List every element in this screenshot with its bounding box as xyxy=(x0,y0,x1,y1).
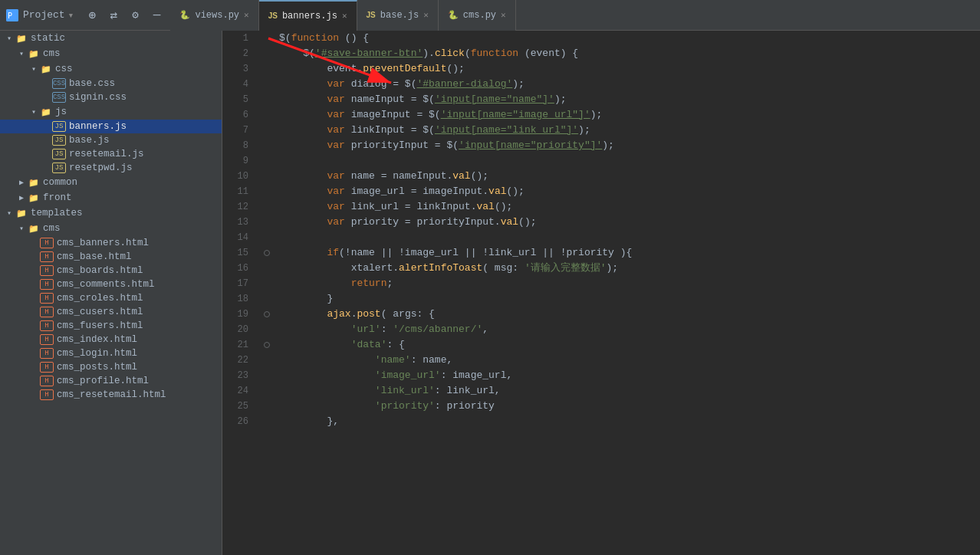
tab-banners-js[interactable]: JS banners.js ✕ xyxy=(259,0,357,31)
line-number: 1 xyxy=(222,31,261,46)
line-gutter xyxy=(261,184,273,199)
sidebar-item-base-css[interactable]: CSS base.css xyxy=(0,77,222,90)
sidebar-item-js[interactable]: ▾ 📁 js xyxy=(0,104,222,120)
sidebar-item-label: cms_posts.html xyxy=(57,362,137,373)
code-line-6: 6 var imageInput = $('input[name="image_… xyxy=(222,107,980,123)
spacer xyxy=(28,308,40,317)
sidebar-item-label: cms_base.html xyxy=(57,251,132,262)
sidebar-item-label: cms_resetemail.html xyxy=(57,389,166,400)
sidebar-item-css[interactable]: ▾ 📁 css xyxy=(0,61,222,77)
title-bar: P Project ▾ ⊕ ⇄ ⚙ — 🐍 views.py ✕ JS bann… xyxy=(0,0,980,31)
html-file-icon: H xyxy=(40,251,54,262)
sidebar-item-label: cms_fusers.html xyxy=(57,320,143,331)
sidebar-item-resetpwd-js[interactable]: JS resetpwd.js xyxy=(0,161,222,175)
add-icon[interactable]: ⊕ xyxy=(84,8,100,23)
sidebar-item-templates-cms[interactable]: ▾ 📁 cms xyxy=(0,221,222,236)
sidebar-item-base-js[interactable]: JS base.js xyxy=(0,133,222,147)
sidebar-item-label: js xyxy=(55,107,67,117)
line-gutter xyxy=(261,61,273,77)
sidebar-item-banners-js[interactable]: JS banners.js xyxy=(0,120,222,133)
tab-banners-js-label: banners.js xyxy=(282,11,337,21)
sidebar-item-cms-base-html[interactable]: H cms_base.html xyxy=(0,250,222,264)
sidebar-item-cms-profile-html[interactable]: H cms_profile.html xyxy=(0,374,222,388)
code-line-11: 11 var image_url = imageInput.val(); xyxy=(222,184,980,199)
tab-views-py-icon: 🐍 xyxy=(179,10,190,20)
sidebar-item-cms[interactable]: ▾ 📁 cms xyxy=(0,46,222,61)
sidebar-item-templates[interactable]: ▾ 📁 templates xyxy=(0,205,222,221)
folder-icon: 📁 xyxy=(15,32,28,44)
line-gutter xyxy=(261,107,273,123)
project-label[interactable]: Project ▾ xyxy=(23,9,74,21)
line-number: 17 xyxy=(222,276,261,291)
line-gutter xyxy=(261,77,273,92)
spacer xyxy=(28,239,40,248)
js-file-icon: JS xyxy=(52,135,66,146)
code-line-9: 9 xyxy=(222,153,980,169)
sidebar-item-label: front xyxy=(43,192,72,203)
code-line-3: 3 event.preventDefault(); xyxy=(222,61,980,77)
line-content: var imageInput = $('input[name="image_ur… xyxy=(273,107,602,123)
sidebar-item-label: signin.css xyxy=(69,92,127,103)
folder-icon: 📁 xyxy=(40,63,52,75)
code-line-17: 17 return; xyxy=(222,276,980,291)
sidebar-item-static[interactable]: ▾ 📁 static xyxy=(0,31,222,46)
code-line-22: 22 'name': name, xyxy=(222,353,980,368)
sidebar-item-cms-croles-html[interactable]: H cms_croles.html xyxy=(0,291,222,305)
sidebar-item-signin-css[interactable]: CSS signin.css xyxy=(0,90,222,104)
html-file-icon: H xyxy=(40,279,54,290)
html-file-icon: H xyxy=(40,334,54,345)
sidebar-item-label: cms_login.html xyxy=(57,348,137,359)
sidebar-item-cms-login-html[interactable]: H cms_login.html xyxy=(0,346,222,360)
code-line-7: 7 var linkInput = $('input[name="link_ur… xyxy=(222,123,980,138)
tab-views-py-close[interactable]: ✕ xyxy=(244,10,249,20)
sidebar-item-cms-banners-html[interactable]: H cms_banners.html xyxy=(0,236,222,250)
tab-banners-js-close[interactable]: ✕ xyxy=(342,11,347,21)
line-gutter xyxy=(261,138,273,153)
sidebar-item-label: cms_comments.html xyxy=(57,279,155,290)
spacer xyxy=(40,123,52,131)
line-content: 'url': '/cms/abanner/', xyxy=(273,322,488,337)
line-gutter xyxy=(261,46,273,61)
sidebar-item-label: templates xyxy=(31,208,83,218)
tab-cms-py-close[interactable]: ✕ xyxy=(501,10,506,20)
code-line-1: 1 $(function () { xyxy=(222,31,980,46)
line-number: 11 xyxy=(222,184,261,199)
code-line-20: 20 'url': '/cms/abanner/', xyxy=(222,322,980,337)
tabs-bar: 🐍 views.py ✕ JS banners.js ✕ JS base.js … xyxy=(170,0,974,31)
line-gutter xyxy=(261,322,273,337)
sidebar-item-label: cms_banners.html xyxy=(57,238,149,248)
folder-icon: 📁 xyxy=(28,48,40,60)
code-editor[interactable]: 1 $(function () { 2 $('#save-banner-btn'… xyxy=(222,31,980,555)
sidebar-item-cms-boards-html[interactable]: H cms_boards.html xyxy=(0,264,222,278)
sidebar-item-cms-cusers-html[interactable]: H cms_cusers.html xyxy=(0,305,222,319)
main-area: ▾ 📁 static ▾ 📁 cms ▾ 📁 css CSS base.css … xyxy=(0,31,980,555)
tab-cms-py[interactable]: 🐍 cms.py ✕ xyxy=(439,0,516,31)
sidebar-item-label: static xyxy=(31,33,65,44)
sidebar-item-cms-comments-html[interactable]: H cms_comments.html xyxy=(0,278,222,291)
sidebar-item-cms-fusers-html[interactable]: H cms_fusers.html xyxy=(0,319,222,333)
sidebar-item-resetemail-js[interactable]: JS resetemail.js xyxy=(0,147,222,161)
code-line-10: 10 var name = nameInput.val(); xyxy=(222,169,980,184)
line-number: 6 xyxy=(222,107,261,123)
sidebar-item-cms-posts-html[interactable]: H cms_posts.html xyxy=(0,360,222,374)
code-line-5: 5 var nameInput = $('input[name="name"]'… xyxy=(222,92,980,107)
tab-base-js-close[interactable]: ✕ xyxy=(423,10,429,20)
tab-views-py[interactable]: 🐍 views.py ✕ xyxy=(170,0,258,31)
arrow-icon: ▾ xyxy=(28,64,40,74)
sidebar-item-cms-index-html[interactable]: H cms_index.html xyxy=(0,333,222,346)
code-line-21: 21 'data': { xyxy=(222,337,980,353)
line-number: 24 xyxy=(222,383,261,399)
html-file-icon: H xyxy=(40,376,54,386)
sidebar-item-common[interactable]: ▶ 📁 common xyxy=(0,175,222,190)
sidebar-item-cms-resetemail-html[interactable]: H cms_resetemail.html xyxy=(0,388,222,402)
minimize-icon[interactable]: — xyxy=(149,8,164,23)
sidebar-item-label: base.css xyxy=(69,78,115,89)
line-number: 21 xyxy=(222,337,261,353)
code-line-14: 14 xyxy=(222,230,980,245)
settings-icon[interactable]: ⚙ xyxy=(127,8,143,23)
sidebar[interactable]: ▾ 📁 static ▾ 📁 cms ▾ 📁 css CSS base.css … xyxy=(0,31,222,555)
sync-icon[interactable]: ⇄ xyxy=(106,8,121,23)
code-line-23: 23 'image_url': image_url, xyxy=(222,368,980,383)
tab-base-js[interactable]: JS base.js ✕ xyxy=(357,0,439,31)
sidebar-item-front[interactable]: ▶ 📁 front xyxy=(0,190,222,205)
